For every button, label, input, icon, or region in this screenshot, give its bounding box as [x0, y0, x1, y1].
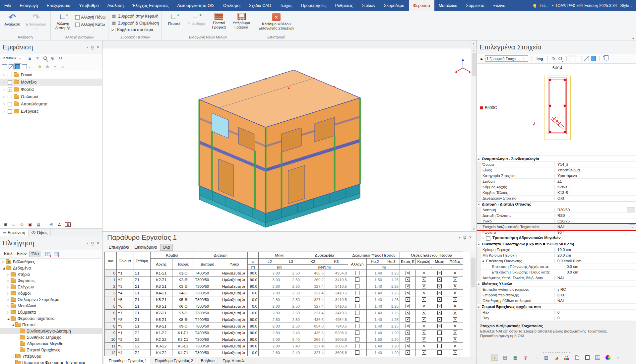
cell-Ho2[interactable]: 1.40	[367, 296, 383, 303]
change-checkbox[interactable]	[355, 317, 359, 322]
property-row[interactable]: Επέκταση Πύκνωσης Αρχής κατά: 0.0 cm	[477, 264, 636, 270]
cell-K2[interactable]: 327.4	[301, 283, 325, 290]
nav-tree-item[interactable]: Φέρουσα Τοιχοποιία	[0, 315, 102, 322]
visibility-checkbox[interactable]	[8, 73, 12, 77]
cell-Ho3[interactable]: 1.25	[383, 283, 400, 290]
cell-Ho2[interactable]: 1.40	[367, 303, 383, 310]
cell-Ho2[interactable]: 1.40	[367, 283, 383, 290]
cell-name[interactable]: Y2	[117, 276, 134, 283]
cell-start[interactable]: Κ3-Σ1	[151, 283, 172, 290]
stamp-icon[interactable]: ◢	[553, 354, 560, 361]
display-tree-item[interactable]: Ενέργειες	[0, 108, 102, 115]
check-out-checkbox[interactable]	[406, 304, 410, 308]
cell-material[interactable]: Ημιλαξευτή λι	[221, 330, 248, 336]
cell-index[interactable]: 2	[105, 283, 117, 290]
cell-K3[interactable]: 3605.8	[325, 336, 348, 343]
expander-icon[interactable]	[6, 311, 10, 314]
cell-start[interactable]: Κ9-Σ1	[151, 323, 172, 330]
display-tree-item[interactable]: Οπλισμοί	[0, 93, 102, 100]
cell-section[interactable]: Τ300/50	[194, 283, 221, 290]
check-head-checkbox[interactable]	[422, 317, 426, 322]
cell-phi[interactable]: 90.0	[248, 270, 259, 276]
col-L2[interactable]: L2	[259, 259, 281, 265]
cell-name[interactable]: Y8	[117, 316, 134, 323]
property-row[interactable]: Πυκνότητα Συνδετήρων (Lκρ.min = 150.0/15…	[477, 241, 636, 247]
cell-L2[interactable]: 2.80	[259, 349, 281, 356]
cell-material[interactable]: Ημιλαξευτή λι	[221, 283, 248, 290]
cell-L3[interactable]: 2.50	[281, 270, 301, 276]
check-mid-checkbox[interactable]	[437, 331, 442, 335]
nav-tree-item[interactable]: Συνθήκες Στήριξης	[0, 334, 102, 340]
lintels-button[interactable]: ▭ Υπέρθυρα	[186, 12, 207, 27]
change-checkbox[interactable]	[355, 304, 359, 308]
piers-button[interactable]: ∟ Πεσσοί	[164, 12, 184, 27]
cell-start[interactable]: Κ6-Σ1	[151, 303, 172, 310]
table-icon[interactable]	[595, 355, 600, 360]
cell-Ho3[interactable]: 1.20	[383, 343, 400, 349]
cell-section[interactable]: Τ400/50	[194, 270, 221, 276]
pin-icon[interactable]	[464, 236, 466, 239]
check-mid-checkbox[interactable]	[437, 277, 442, 282]
check-mid-checkbox[interactable]	[437, 337, 442, 341]
property-row[interactable]: Διατομή - Διάταξη Όπλισης	[477, 201, 636, 207]
cell-Ho3[interactable]: 1.20	[383, 349, 400, 356]
check-foot-checkbox[interactable]	[453, 350, 457, 355]
info-icon[interactable]: i	[491, 354, 498, 361]
change-checkbox[interactable]	[355, 277, 359, 282]
nav-tree-item[interactable]: Φορτίσεις	[0, 277, 102, 284]
check-out-checkbox[interactable]	[406, 311, 410, 315]
cell-material[interactable]: Ημιλαξευτή λι	[221, 316, 248, 323]
cell-phi[interactable]: 0.0	[248, 349, 259, 356]
piers-graphic-button[interactable]: Πεσσοί Γραφικά	[209, 12, 228, 30]
table-row[interactable]: 10 Y2 Σ2 Κ2-Σ2 Κ2-Σ1 Τ300/50 Ημιλαξευτή …	[105, 336, 463, 343]
property-row[interactable]: Κατηγορία Στοιχείου Υφιστάμενο	[477, 173, 636, 179]
cell-K3[interactable]: 3410.5	[325, 283, 348, 290]
panel-collapse-icon[interactable]: ▾	[87, 241, 88, 245]
cell-Ho3[interactable]: 1.25	[383, 303, 400, 310]
cell-end[interactable]: Κ2-Θ	[172, 276, 194, 283]
tab-views[interactable]: Όψεις	[29, 229, 51, 236]
section-drawing[interactable]: 6Φ14 B500C 3	[477, 64, 636, 156]
property-value[interactable]: RS0	[555, 213, 636, 218]
cell-L3[interactable]: 2.50	[281, 290, 301, 296]
level-up-icon[interactable]: ▲	[27, 55, 33, 61]
expander-icon[interactable]	[2, 95, 6, 98]
check-foot-checkbox[interactable]	[453, 344, 457, 348]
cell-phi[interactable]: 90.0	[248, 330, 259, 336]
check-mid-checkbox[interactable]	[437, 271, 442, 275]
property-row[interactable]: Κόμβος Αρχής Κ28-Σ1	[477, 184, 636, 190]
cell-start[interactable]: Κ1-Σ1	[151, 270, 172, 276]
check-out-checkbox[interactable]	[406, 277, 410, 282]
cell-K3[interactable]: 3410.5	[325, 296, 348, 303]
element-labels-icon[interactable]: E	[65, 222, 71, 227]
style-menu[interactable]: Style ⌄	[620, 3, 633, 8]
cell-material[interactable]: Ημιλαξευτή λι	[221, 343, 248, 349]
close-icon[interactable]: ✕	[96, 45, 99, 49]
cell-section[interactable]: Τ300/50	[194, 336, 221, 343]
bar-chart-icon[interactable]: ▥	[543, 354, 549, 361]
check-foot-checkbox[interactable]	[453, 284, 457, 288]
table-row[interactable]: 3 Y4 Σ1 Κ4-Σ1 Κ4-Θ Τ300/50 Ημιλαξευτή λι…	[105, 290, 463, 296]
cell-end[interactable]: Κ6-Θ	[172, 303, 194, 310]
table-row[interactable]: 8 Y9 Σ1 Κ9-Σ1 Κ9-Θ Τ600/50 Ημιλαξευτή λι…	[105, 323, 463, 330]
cell-section[interactable]: Τ300/50	[194, 310, 221, 316]
nav-tree-item[interactable]: Ελέγχων	[0, 284, 102, 290]
properties-sheet-icon[interactable]: ▤	[35, 222, 41, 227]
cell-material[interactable]: Ημιλαξευτή λι	[221, 336, 248, 343]
property-value[interactable]: R20/50	[555, 207, 636, 212]
expander-icon[interactable]	[6, 298, 10, 301]
collapse-left-icon[interactable]: ◂	[632, 36, 634, 40]
cell-L2[interactable]: 2.80	[259, 296, 281, 303]
menu-item[interactable]: Σκυρόδεμα	[380, 0, 409, 11]
check-mid-checkbox[interactable]	[437, 291, 442, 295]
property-value[interactable]: 0.0 cm/0.0 cm	[555, 258, 636, 264]
menu-item[interactable]: Εισαγωγή	[15, 0, 42, 11]
change-checkbox[interactable]	[355, 350, 359, 355]
property-value[interactable]: Κ13-Θ	[555, 190, 636, 195]
redo-button[interactable]: ↷ Επαναφορά ⌄	[25, 12, 48, 30]
cell-level[interactable]: Σ1	[134, 276, 151, 283]
cell-Ho2[interactable]: 1.40	[367, 323, 383, 330]
cell-section[interactable]: Τ600/50	[194, 323, 221, 330]
check-foot-checkbox[interactable]	[453, 277, 457, 282]
check-head-checkbox[interactable]	[422, 291, 426, 295]
